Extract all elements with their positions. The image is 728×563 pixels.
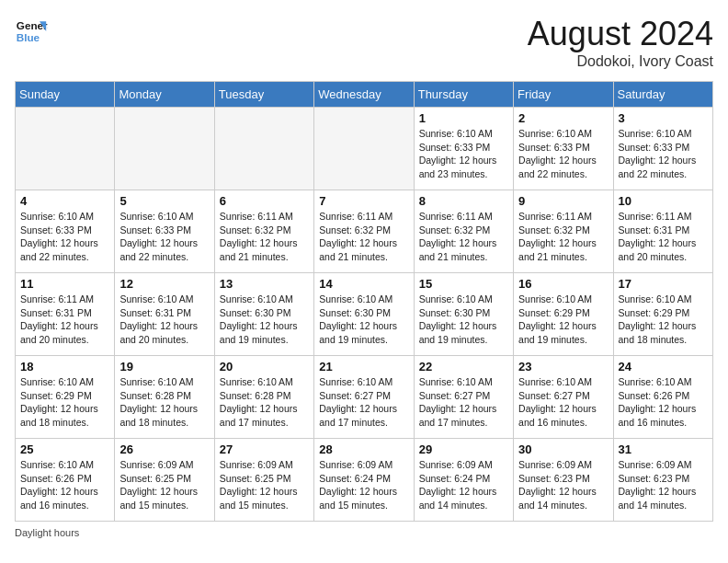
calendar-cell: 26Sunrise: 6:09 AMSunset: 6:25 PMDayligh… [115, 439, 214, 522]
calendar-cell: 14Sunrise: 6:10 AMSunset: 6:30 PMDayligh… [314, 273, 414, 356]
day-info: Sunrise: 6:10 AMSunset: 6:27 PMDaylight:… [518, 375, 608, 430]
day-info: Sunrise: 6:10 AMSunset: 6:27 PMDaylight:… [419, 375, 508, 430]
calendar-cell: 29Sunrise: 6:09 AMSunset: 6:24 PMDayligh… [414, 439, 513, 522]
calendar-cell: 25Sunrise: 6:10 AMSunset: 6:26 PMDayligh… [16, 439, 115, 522]
calendar-header-wednesday: Wednesday [314, 82, 414, 108]
calendar-week-3: 11Sunrise: 6:11 AMSunset: 6:31 PMDayligh… [16, 273, 713, 356]
calendar-cell [16, 108, 115, 190]
day-number: 9 [518, 194, 608, 208]
calendar-cell [214, 108, 313, 190]
day-info: Sunrise: 6:10 AMSunset: 6:30 PMDaylight:… [319, 293, 408, 347]
calendar-cell: 30Sunrise: 6:09 AMSunset: 6:23 PMDayligh… [514, 439, 613, 522]
calendar-header-sunday: Sunday [16, 82, 115, 108]
calendar-cell: 12Sunrise: 6:10 AMSunset: 6:31 PMDayligh… [115, 273, 214, 356]
day-number: 7 [319, 194, 408, 208]
location: Dodokoi, Ivory Coast [528, 53, 713, 70]
day-number: 30 [518, 442, 608, 456]
day-number: 1 [419, 111, 508, 125]
day-number: 28 [319, 442, 408, 456]
day-number: 31 [619, 442, 708, 456]
day-info: Sunrise: 6:10 AMSunset: 6:27 PMDaylight:… [319, 375, 408, 430]
calendar-cell: 22Sunrise: 6:10 AMSunset: 6:27 PMDayligh… [414, 356, 513, 439]
calendar-header-row: SundayMondayTuesdayWednesdayThursdayFrid… [16, 82, 713, 108]
day-number: 22 [419, 360, 508, 373]
calendar-header-friday: Friday [514, 82, 613, 108]
day-number: 26 [119, 442, 209, 456]
logo-icon: General Blue [15, 15, 48, 48]
day-number: 15 [419, 277, 508, 291]
calendar-header-thursday: Thursday [414, 82, 513, 108]
logo: General Blue [15, 15, 48, 48]
day-info: Sunrise: 6:09 AMSunset: 6:23 PMDaylight:… [619, 458, 708, 512]
calendar-cell: 5Sunrise: 6:10 AMSunset: 6:33 PMDaylight… [115, 190, 214, 273]
calendar-cell [115, 108, 214, 190]
day-number: 10 [619, 194, 708, 208]
day-number: 6 [220, 194, 309, 208]
day-info: Sunrise: 6:10 AMSunset: 6:33 PMDaylight:… [419, 127, 508, 181]
day-info: Sunrise: 6:10 AMSunset: 6:29 PMDaylight:… [518, 293, 608, 347]
calendar-cell: 17Sunrise: 6:10 AMSunset: 6:29 PMDayligh… [613, 273, 712, 356]
calendar-week-1: 1Sunrise: 6:10 AMSunset: 6:33 PMDaylight… [16, 108, 713, 190]
calendar-cell: 2Sunrise: 6:10 AMSunset: 6:33 PMDaylight… [514, 108, 613, 190]
calendar-cell: 6Sunrise: 6:11 AMSunset: 6:32 PMDaylight… [214, 190, 313, 273]
day-number: 23 [518, 360, 608, 373]
calendar-cell: 7Sunrise: 6:11 AMSunset: 6:32 PMDaylight… [314, 190, 414, 273]
calendar-cell: 9Sunrise: 6:11 AMSunset: 6:32 PMDaylight… [514, 190, 613, 273]
svg-text:Blue: Blue [17, 31, 40, 43]
daylight-label: Daylight hours [15, 527, 79, 538]
day-number: 12 [119, 277, 209, 291]
day-number: 11 [20, 277, 109, 291]
day-info: Sunrise: 6:11 AMSunset: 6:32 PMDaylight:… [419, 210, 508, 264]
calendar-cell: 3Sunrise: 6:10 AMSunset: 6:33 PMDaylight… [613, 108, 712, 190]
calendar-cell: 31Sunrise: 6:09 AMSunset: 6:23 PMDayligh… [613, 439, 712, 522]
calendar-header-monday: Monday [115, 82, 214, 108]
day-info: Sunrise: 6:10 AMSunset: 6:26 PMDaylight:… [20, 458, 109, 512]
calendar-cell: 11Sunrise: 6:11 AMSunset: 6:31 PMDayligh… [16, 273, 115, 356]
day-number: 4 [20, 194, 109, 208]
day-info: Sunrise: 6:11 AMSunset: 6:32 PMDaylight:… [319, 210, 408, 264]
day-number: 25 [20, 442, 109, 456]
calendar-cell: 28Sunrise: 6:09 AMSunset: 6:24 PMDayligh… [314, 439, 414, 522]
day-info: Sunrise: 6:10 AMSunset: 6:29 PMDaylight:… [619, 293, 708, 347]
day-number: 2 [518, 111, 608, 125]
day-info: Sunrise: 6:11 AMSunset: 6:31 PMDaylight:… [619, 210, 708, 264]
calendar-cell: 27Sunrise: 6:09 AMSunset: 6:25 PMDayligh… [214, 439, 313, 522]
day-info: Sunrise: 6:10 AMSunset: 6:33 PMDaylight:… [518, 127, 608, 181]
month-title: August 2024 [528, 15, 713, 53]
day-number: 24 [619, 360, 708, 373]
day-info: Sunrise: 6:10 AMSunset: 6:31 PMDaylight:… [119, 293, 209, 347]
day-info: Sunrise: 6:10 AMSunset: 6:28 PMDaylight:… [119, 375, 209, 430]
calendar-header-tuesday: Tuesday [214, 82, 313, 108]
day-info: Sunrise: 6:09 AMSunset: 6:24 PMDaylight:… [319, 458, 408, 512]
calendar-cell: 16Sunrise: 6:10 AMSunset: 6:29 PMDayligh… [514, 273, 613, 356]
day-info: Sunrise: 6:10 AMSunset: 6:29 PMDaylight:… [20, 375, 109, 430]
day-info: Sunrise: 6:10 AMSunset: 6:26 PMDaylight:… [619, 375, 708, 430]
calendar-cell: 20Sunrise: 6:10 AMSunset: 6:28 PMDayligh… [214, 356, 313, 439]
calendar-cell: 4Sunrise: 6:10 AMSunset: 6:33 PMDaylight… [16, 190, 115, 273]
day-info: Sunrise: 6:09 AMSunset: 6:25 PMDaylight:… [220, 458, 309, 512]
day-number: 17 [619, 277, 708, 291]
day-number: 19 [119, 360, 209, 373]
calendar-cell: 13Sunrise: 6:10 AMSunset: 6:30 PMDayligh… [214, 273, 313, 356]
day-number: 18 [20, 360, 109, 373]
calendar-week-2: 4Sunrise: 6:10 AMSunset: 6:33 PMDaylight… [16, 190, 713, 273]
day-info: Sunrise: 6:09 AMSunset: 6:25 PMDaylight:… [119, 458, 209, 512]
page-header: General Blue August 2024 Dodokoi, Ivory … [15, 15, 713, 70]
title-block: August 2024 Dodokoi, Ivory Coast [528, 15, 713, 70]
day-info: Sunrise: 6:10 AMSunset: 6:33 PMDaylight:… [119, 210, 209, 264]
day-info: Sunrise: 6:11 AMSunset: 6:32 PMDaylight:… [518, 210, 608, 264]
day-info: Sunrise: 6:10 AMSunset: 6:33 PMDaylight:… [20, 210, 109, 264]
day-info: Sunrise: 6:10 AMSunset: 6:33 PMDaylight:… [619, 127, 708, 181]
calendar-cell: 10Sunrise: 6:11 AMSunset: 6:31 PMDayligh… [613, 190, 712, 273]
footer-note: Daylight hours [15, 527, 713, 538]
day-number: 29 [419, 442, 508, 456]
day-info: Sunrise: 6:09 AMSunset: 6:24 PMDaylight:… [419, 458, 508, 512]
day-number: 3 [619, 111, 708, 125]
day-info: Sunrise: 6:09 AMSunset: 6:23 PMDaylight:… [518, 458, 608, 512]
day-number: 8 [419, 194, 508, 208]
day-number: 14 [319, 277, 408, 291]
day-number: 21 [319, 360, 408, 373]
calendar-header-saturday: Saturday [613, 82, 712, 108]
day-info: Sunrise: 6:10 AMSunset: 6:30 PMDaylight:… [220, 293, 309, 347]
calendar-cell: 21Sunrise: 6:10 AMSunset: 6:27 PMDayligh… [314, 356, 414, 439]
